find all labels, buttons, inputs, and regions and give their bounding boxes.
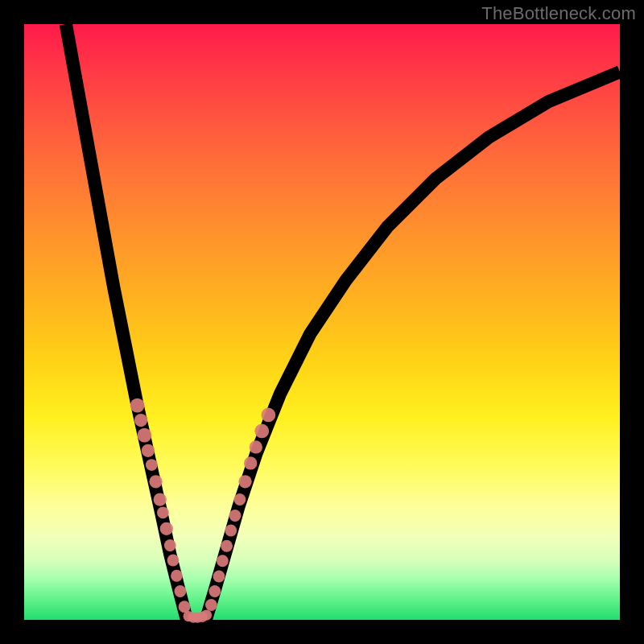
chart-svg [24, 24, 620, 620]
data-point [238, 475, 251, 488]
data-point [217, 555, 229, 567]
data-point [142, 444, 155, 457]
data-point [171, 570, 183, 582]
data-point [179, 601, 191, 613]
data-point [229, 510, 242, 522]
data-point [208, 585, 221, 597]
data-point [174, 585, 186, 597]
curve-right-branch [206, 72, 620, 620]
watermark-text: TheBottleneck.com [481, 3, 636, 24]
data-point [149, 475, 162, 488]
data-point [130, 398, 145, 413]
data-point [244, 456, 257, 469]
data-point [205, 599, 217, 611]
data-point [134, 414, 147, 427]
data-point [213, 571, 225, 583]
data-point [160, 522, 173, 535]
data-point [167, 555, 180, 567]
plot-area [24, 24, 620, 620]
data-point [254, 424, 269, 439]
data-point [233, 493, 246, 506]
data-point [250, 440, 262, 453]
data-point [225, 525, 237, 537]
data-points-group [130, 398, 276, 623]
chart-stage: TheBottleneck.com [0, 0, 644, 644]
data-point [221, 540, 233, 552]
data-point [262, 408, 276, 423]
data-point [138, 428, 152, 443]
data-point [146, 459, 158, 471]
data-point [157, 506, 169, 518]
data-point [164, 539, 176, 551]
data-point [201, 609, 212, 620]
data-point [154, 493, 167, 506]
